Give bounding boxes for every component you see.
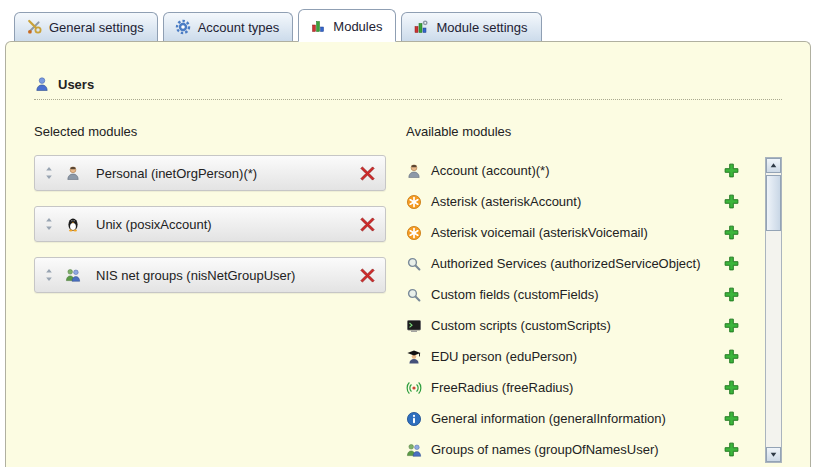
available-module-row: FreeRadius (freeRadius) bbox=[406, 372, 740, 403]
person-icon bbox=[65, 165, 81, 181]
module-label: Custom scripts (customScripts) bbox=[431, 318, 611, 333]
available-modules-scrollbar[interactable] bbox=[765, 157, 782, 463]
scrollbar-thumb[interactable] bbox=[766, 175, 781, 231]
available-modules-list: Account (account)(*) Asterisk (asteriskA… bbox=[406, 155, 782, 465]
users-section-heading: Users bbox=[34, 76, 782, 100]
tab-general-settings[interactable]: General settings bbox=[14, 12, 158, 41]
available-modules-heading: Available modules bbox=[406, 124, 782, 139]
modules-icon bbox=[310, 18, 326, 34]
available-module-row: Custom scripts (customScripts) bbox=[406, 310, 740, 341]
drag-handle-icon[interactable] bbox=[42, 216, 56, 232]
add-module-button[interactable] bbox=[723, 348, 740, 365]
module-settings-icon bbox=[413, 19, 429, 35]
content-panel: Users Selected modules Personal (inetOrg… bbox=[5, 41, 811, 467]
remove-module-button[interactable] bbox=[359, 216, 376, 233]
add-module-button[interactable] bbox=[723, 410, 740, 427]
tab-module-settings[interactable]: Module settings bbox=[401, 12, 541, 41]
module-label: FreeRadius (freeRadius) bbox=[431, 380, 573, 395]
group-icon bbox=[406, 442, 422, 458]
triangle-down-icon bbox=[769, 450, 778, 459]
tab-label: Account types bbox=[198, 20, 280, 35]
selected-module-row: NIS net groups (nisNetGroupUser) bbox=[34, 257, 386, 293]
available-modules-column: Available modules Account (account)(*) A… bbox=[406, 124, 782, 465]
modules-columns: Selected modules Personal (inetOrgPerson… bbox=[34, 124, 782, 465]
add-module-button[interactable] bbox=[723, 224, 740, 241]
module-label: Asterisk (asteriskAccount) bbox=[431, 194, 581, 209]
tab-account-types[interactable]: Account types bbox=[163, 12, 294, 41]
add-module-button[interactable] bbox=[723, 162, 740, 179]
person-icon bbox=[406, 163, 422, 179]
available-module-row: General information (generalInformation) bbox=[406, 403, 740, 434]
available-module-row: Custom fields (customFields) bbox=[406, 279, 740, 310]
magnifier-icon bbox=[406, 256, 422, 272]
wrench-icon bbox=[26, 19, 42, 35]
remove-module-button[interactable] bbox=[359, 267, 376, 284]
magnifier-icon bbox=[406, 287, 422, 303]
add-module-button[interactable] bbox=[723, 379, 740, 396]
add-module-button[interactable] bbox=[723, 441, 740, 458]
available-module-row: Asterisk (asteriskAccount) bbox=[406, 186, 740, 217]
module-label: Custom fields (customFields) bbox=[431, 287, 599, 302]
add-module-button[interactable] bbox=[723, 255, 740, 272]
tab-modules[interactable]: Modules bbox=[298, 9, 396, 42]
available-module-row: Groups of names (groupOfNamesUser) bbox=[406, 434, 740, 465]
available-module-row: Asterisk voicemail (asteriskVoicemail) bbox=[406, 217, 740, 248]
drag-handle-icon[interactable] bbox=[42, 267, 56, 283]
edu-person-icon bbox=[406, 349, 422, 365]
module-label: Asterisk voicemail (asteriskVoicemail) bbox=[431, 225, 648, 240]
module-label: EDU person (eduPerson) bbox=[431, 349, 577, 364]
remove-module-button[interactable] bbox=[359, 165, 376, 182]
asterisk-icon bbox=[406, 194, 422, 210]
module-label: General information (generalInformation) bbox=[431, 411, 666, 426]
available-module-row: Authorized Services (authorizedServiceOb… bbox=[406, 248, 740, 279]
selected-modules-heading: Selected modules bbox=[34, 124, 386, 139]
add-module-button[interactable] bbox=[723, 193, 740, 210]
asterisk-icon bbox=[406, 225, 422, 241]
available-module-row: Account (account)(*) bbox=[406, 155, 740, 186]
module-label: Account (account)(*) bbox=[431, 163, 550, 178]
module-label: NIS net groups (nisNetGroupUser) bbox=[90, 268, 350, 283]
user-icon bbox=[34, 76, 50, 92]
selected-module-row: Personal (inetOrgPerson)(*) bbox=[34, 155, 386, 191]
module-label: Groups of names (groupOfNamesUser) bbox=[431, 442, 659, 457]
terminal-icon bbox=[406, 318, 422, 334]
add-module-button[interactable] bbox=[723, 317, 740, 334]
available-module-row: EDU person (eduPerson) bbox=[406, 341, 740, 372]
section-title: Users bbox=[58, 77, 94, 92]
module-label: Authorized Services (authorizedServiceOb… bbox=[431, 256, 701, 271]
scroll-down-button[interactable] bbox=[766, 447, 781, 462]
group-icon bbox=[65, 267, 81, 283]
drag-handle-icon[interactable] bbox=[42, 165, 56, 181]
add-module-button[interactable] bbox=[723, 286, 740, 303]
scroll-up-button[interactable] bbox=[766, 158, 781, 173]
tab-label: General settings bbox=[49, 20, 144, 35]
selected-modules-column: Selected modules Personal (inetOrgPerson… bbox=[34, 124, 386, 465]
module-label: Unix (posixAccount) bbox=[90, 217, 350, 232]
tab-label: Module settings bbox=[436, 20, 527, 35]
penguin-icon bbox=[65, 216, 81, 232]
radio-waves-icon bbox=[406, 380, 422, 396]
tab-label: Modules bbox=[333, 19, 382, 34]
gear-icon bbox=[175, 19, 191, 35]
triangle-up-icon bbox=[769, 161, 778, 170]
module-label: Personal (inetOrgPerson)(*) bbox=[90, 166, 350, 181]
tab-bar: General settings Account types Modules M… bbox=[0, 0, 816, 41]
selected-module-row: Unix (posixAccount) bbox=[34, 206, 386, 242]
info-icon bbox=[406, 411, 422, 427]
